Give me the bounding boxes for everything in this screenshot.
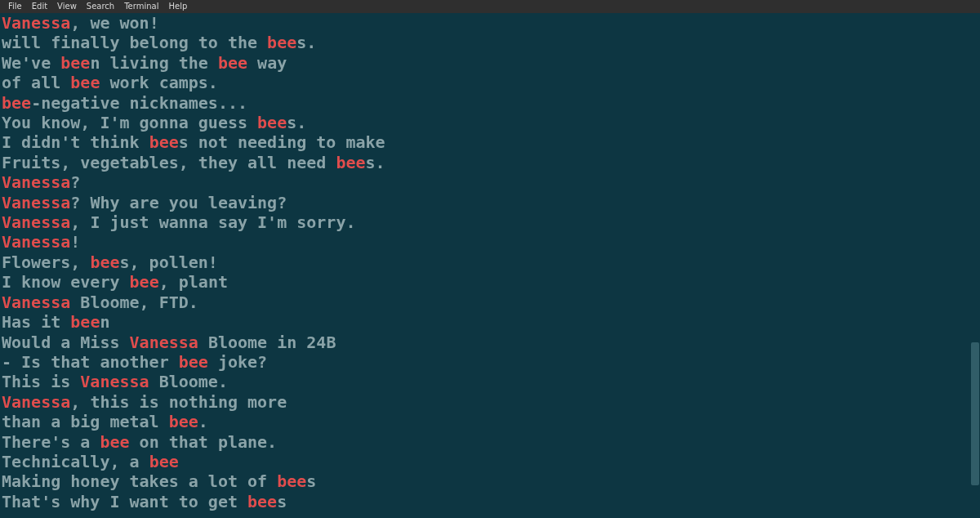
terminal-line: That's why I want to get bees xyxy=(2,492,978,511)
search-highlight: Vanessa xyxy=(2,172,70,192)
terminal-line: bee-negative nicknames... xyxy=(2,93,978,113)
text-run: than a big metal xyxy=(2,412,169,431)
text-run: Flowers, xyxy=(2,252,90,272)
search-highlight: bee xyxy=(70,312,100,332)
terminal-line: Vanessa? xyxy=(2,172,978,192)
text-run: Would a Miss xyxy=(2,333,130,352)
text-run: s. xyxy=(366,153,385,172)
terminal-line: Vanessa? Why are you leaving? xyxy=(2,193,978,212)
search-highlight: Vanessa xyxy=(2,232,70,252)
text-run: s xyxy=(306,471,316,491)
search-highlight: bee xyxy=(257,113,287,132)
search-highlight: Vanessa xyxy=(2,212,70,232)
terminal-line: Technically, a bee xyxy=(2,452,978,471)
text-run: will finally belong to the xyxy=(2,33,267,52)
search-highlight: bee xyxy=(149,452,179,471)
terminal-line: You know, I'm gonna guess bees. xyxy=(2,113,978,132)
text-run: joke? xyxy=(208,352,267,372)
terminal-line: This is Vanessa Bloome. xyxy=(2,372,978,391)
text-run: work camps. xyxy=(100,73,218,92)
text-run: This is xyxy=(2,372,80,391)
terminal-viewport[interactable]: Vanessa, we won!will finally belong to t… xyxy=(0,13,980,518)
terminal-line: Vanessa! xyxy=(2,232,978,252)
scrollbar-track[interactable] xyxy=(970,13,980,518)
terminal-line: Vanessa, we won! xyxy=(2,13,978,33)
terminal-line: Would a Miss Vanessa Bloome in 24B xyxy=(2,333,978,352)
search-highlight: bee xyxy=(70,73,100,92)
text-run: n living the xyxy=(90,53,218,73)
terminal-line: - Is that another bee joke? xyxy=(2,352,978,372)
text-run: s. xyxy=(287,113,306,132)
terminal-line: Vanessa, this is nothing more xyxy=(2,392,978,412)
terminal-line: Has it been xyxy=(2,312,978,332)
search-highlight: Vanessa xyxy=(80,372,149,391)
search-highlight: bee xyxy=(336,153,365,172)
text-run: That's why I want to get xyxy=(2,492,247,511)
terminal-line: than a big metal bee. xyxy=(2,412,978,431)
text-run: on that plane. xyxy=(130,432,278,452)
terminal-line: Fruits, vegetables, they all need bees. xyxy=(2,153,978,172)
text-run: . xyxy=(198,412,208,431)
text-run: Making honey takes a lot of xyxy=(2,471,277,491)
text-run: ? Why are you leaving? xyxy=(70,193,287,212)
text-run: I didn't think xyxy=(2,132,149,152)
text-run: Technically, a xyxy=(2,452,149,471)
text-run: -negative nicknames... xyxy=(31,93,247,113)
terminal-line: We've been living the bee way xyxy=(2,53,978,73)
terminal-line: I didn't think bees not needing to make xyxy=(2,132,978,152)
search-highlight: bee xyxy=(130,272,159,292)
text-run: , this is nothing more xyxy=(70,392,287,412)
search-highlight: bee xyxy=(169,412,198,431)
terminal-line: Flowers, bees, pollen! xyxy=(2,252,978,272)
text-run: We've xyxy=(2,53,60,73)
search-highlight: bee xyxy=(2,93,31,113)
search-highlight: Vanessa xyxy=(130,333,198,352)
search-highlight: bee xyxy=(100,432,129,452)
text-run: Has it xyxy=(2,312,70,332)
terminal-line: of all bee work camps. xyxy=(2,73,978,92)
text-run: s not needing to make xyxy=(179,132,385,152)
text-run: , I just wanna say I'm sorry. xyxy=(70,212,355,232)
search-highlight: bee xyxy=(218,53,247,73)
search-highlight: Vanessa xyxy=(2,292,70,312)
search-highlight: bee xyxy=(179,352,208,372)
text-run: s xyxy=(277,492,287,511)
terminal-line: Making honey takes a lot of bees xyxy=(2,471,978,491)
text-run: ! xyxy=(70,232,80,252)
terminal-line: I know every bee, plant xyxy=(2,272,978,292)
search-highlight: bee xyxy=(60,53,90,73)
menubar: File Edit View Search Terminal Help xyxy=(0,0,980,13)
search-highlight: bee xyxy=(277,471,306,491)
search-highlight: bee xyxy=(247,492,277,511)
text-run: s, pollen! xyxy=(120,252,218,272)
search-highlight: Vanessa xyxy=(2,13,70,33)
terminal-line: will finally belong to the bees. xyxy=(2,33,978,52)
terminal-output: Vanessa, we won!will finally belong to t… xyxy=(0,13,980,511)
text-run: You know, I'm gonna guess xyxy=(2,113,257,132)
scrollbar-thumb[interactable] xyxy=(971,342,979,485)
terminal-line: There's a bee on that plane. xyxy=(2,432,978,452)
terminal-line: Vanessa Bloome, FTD. xyxy=(2,292,978,312)
text-run: Fruits, vegetables, they all need xyxy=(2,153,336,172)
text-run: Bloome. xyxy=(149,372,228,391)
search-highlight: Vanessa xyxy=(2,392,70,412)
search-highlight: bee xyxy=(149,132,179,152)
text-run: I know every xyxy=(2,272,130,292)
search-highlight: bee xyxy=(267,33,296,52)
text-run: s. xyxy=(296,33,316,52)
text-run: , we won! xyxy=(70,13,158,33)
search-highlight: Vanessa xyxy=(2,193,70,212)
text-run: , plant xyxy=(159,272,228,292)
text-run: ? xyxy=(70,172,80,192)
text-run: n xyxy=(100,312,109,332)
text-run: There's a xyxy=(2,432,100,452)
text-run: Bloome in 24B xyxy=(198,333,336,352)
search-highlight: bee xyxy=(90,252,119,272)
terminal-line: Vanessa, I just wanna say I'm sorry. xyxy=(2,212,978,232)
text-run: Bloome, FTD. xyxy=(70,292,198,312)
text-run: - Is that another xyxy=(2,352,179,372)
text-run: of all xyxy=(2,73,70,92)
text-run: way xyxy=(247,53,287,73)
